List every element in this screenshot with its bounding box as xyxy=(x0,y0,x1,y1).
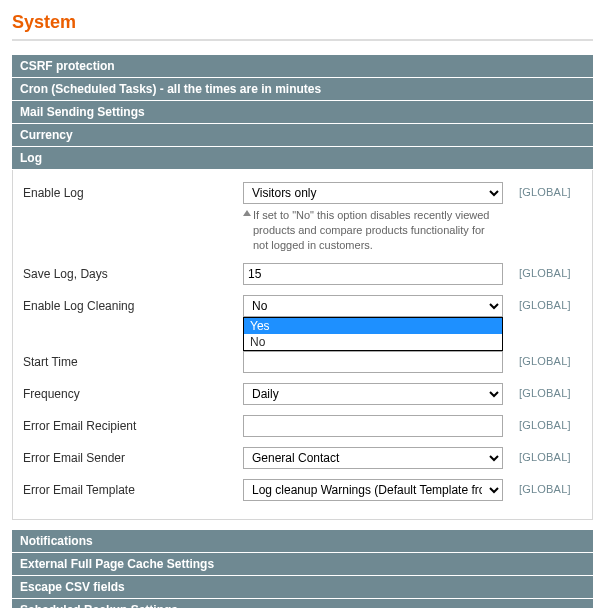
enable-clean-label: Enable Log Cleaning xyxy=(23,295,243,313)
enable-log-hint: If set to "No" this option disables rece… xyxy=(243,208,503,253)
section-currency[interactable]: Currency xyxy=(12,124,593,147)
enable-clean-option-yes[interactable]: Yes xyxy=(244,318,502,334)
scope-global: [GLOBAL] xyxy=(503,295,573,311)
section-backup[interactable]: Scheduled Backup Settings xyxy=(12,599,593,608)
section-escape-csv[interactable]: Escape CSV fields xyxy=(12,576,593,599)
scope-global: [GLOBAL] xyxy=(503,447,573,463)
section-log[interactable]: Log xyxy=(12,147,593,170)
enable-log-hint-text: If set to "No" this option disables rece… xyxy=(253,209,489,251)
scope-global: [GLOBAL] xyxy=(503,263,573,279)
start-time-label: Start Time xyxy=(23,351,243,369)
section-cron[interactable]: Cron (Scheduled Tasks) - all the times a… xyxy=(12,78,593,101)
divider xyxy=(12,39,593,41)
enable-clean-dropdown[interactable]: Yes No xyxy=(243,317,503,351)
section-csrf[interactable]: CSRF protection xyxy=(12,55,593,78)
section-log-body: Enable Log Visitors only If set to "No" … xyxy=(12,170,593,520)
save-days-label: Save Log, Days xyxy=(23,263,243,281)
enable-clean-option-no[interactable]: No xyxy=(244,334,502,350)
scope-global: [GLOBAL] xyxy=(503,351,573,367)
section-fpc[interactable]: External Full Page Cache Settings xyxy=(12,553,593,576)
hint-arrow-icon xyxy=(243,210,251,216)
scope-global: [GLOBAL] xyxy=(503,479,573,495)
scope-global: [GLOBAL] xyxy=(503,383,573,399)
frequency-select[interactable]: Daily xyxy=(243,383,503,405)
enable-clean-select[interactable]: No xyxy=(243,295,503,317)
scope-global: [GLOBAL] xyxy=(503,415,573,431)
err-template-select[interactable]: Log cleanup Warnings (Default Template f… xyxy=(243,479,503,501)
err-template-label: Error Email Template xyxy=(23,479,243,497)
frequency-label: Frequency xyxy=(23,383,243,401)
enable-log-select[interactable]: Visitors only xyxy=(243,182,503,204)
save-days-input[interactable] xyxy=(243,263,503,285)
section-notifications[interactable]: Notifications xyxy=(12,530,593,553)
enable-log-label: Enable Log xyxy=(23,182,243,200)
scope-global: [GLOBAL] xyxy=(503,182,573,198)
err-recipient-input[interactable] xyxy=(243,415,503,437)
section-mail[interactable]: Mail Sending Settings xyxy=(12,101,593,124)
page-title: System xyxy=(12,12,593,33)
start-time-input[interactable] xyxy=(243,351,503,373)
err-sender-label: Error Email Sender xyxy=(23,447,243,465)
err-sender-select[interactable]: General Contact xyxy=(243,447,503,469)
err-recipient-label: Error Email Recipient xyxy=(23,415,243,433)
